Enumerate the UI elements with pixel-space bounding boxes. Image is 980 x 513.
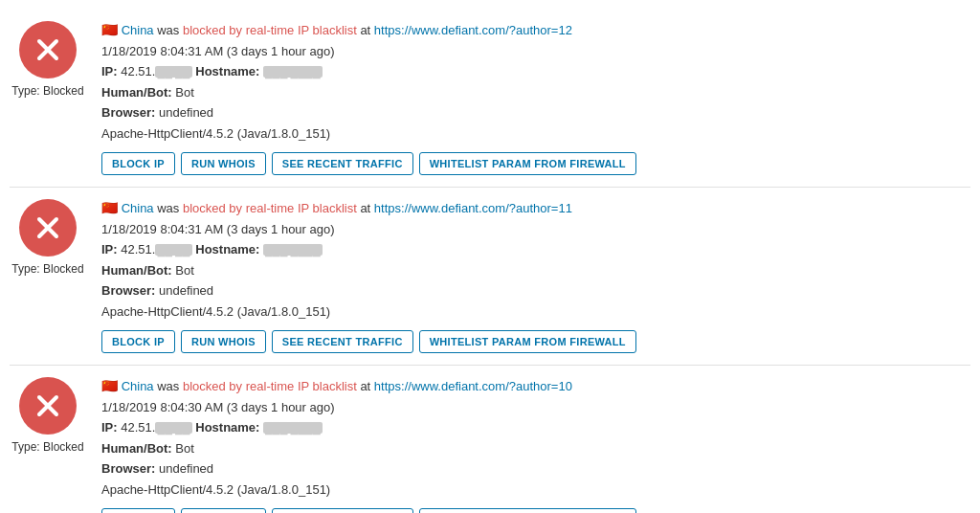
event-list: Type: Blocked🇨🇳 China was blocked by rea… — [10, 10, 970, 513]
block-icon-2 — [19, 199, 77, 256]
ip-line-1: IP: 42.51.██ ██ Hostname: ███ ████ — [101, 62, 970, 81]
block-icon-3 — [19, 377, 77, 435]
country-name-3: China — [122, 379, 154, 393]
event-content-2: 🇨🇳 China was blocked by real-time IP bla… — [101, 199, 970, 353]
agent-line-1: Apache-HttpClient/4.5.2 (Java/1.8.0_151) — [101, 124, 970, 144]
type-label-1: Type: Blocked — [11, 84, 83, 98]
event-row-1: Type: Blocked🇨🇳 China was blocked by rea… — [10, 21, 970, 175]
action-btn-1-3[interactable]: SEE RECENT TRAFFIC — [272, 152, 413, 175]
country-flag-3: 🇨🇳 — [101, 378, 118, 393]
action-buttons-2: BLOCK IPRUN WHOISSEE RECENT TRAFFICWHITE… — [101, 330, 970, 353]
event-item-2: Type: Blocked🇨🇳 China was blocked by rea… — [10, 188, 970, 366]
agent-line-2: Apache-HttpClient/4.5.2 (Java/1.8.0_151) — [101, 302, 970, 322]
bot-line-1: Human/Bot: Bot — [101, 83, 970, 102]
ip-line-3: IP: 42.51.██ ██ Hostname: ███ ████ — [101, 418, 970, 437]
block-reason-2: blocked by real-time IP blacklist — [183, 201, 357, 215]
country-flag-2: 🇨🇳 — [101, 200, 118, 215]
icon-wrap-2: Type: Blocked — [10, 199, 86, 276]
action-btn-2-3[interactable]: SEE RECENT TRAFFIC — [272, 330, 413, 353]
action-btn-3-2[interactable]: RUN WHOIS — [181, 508, 266, 513]
icon-wrap-1: Type: Blocked — [10, 21, 86, 98]
ip-redacted-2: ██ ██ — [155, 244, 191, 256]
event-link-1[interactable]: https://www.defiant.com/?author=12 — [374, 23, 572, 37]
action-btn-2-2[interactable]: RUN WHOIS — [181, 330, 266, 353]
event-title-2: 🇨🇳 China was blocked by real-time IP bla… — [101, 199, 970, 218]
timestamp-3: 1/18/2019 8:04:30 AM (3 days 1 hour ago) — [101, 398, 970, 417]
block-reason-1: blocked by real-time IP blacklist — [183, 23, 357, 37]
ip-redacted-3: ██ ██ — [155, 422, 191, 434]
ip-redacted-1: ██ ██ — [155, 66, 191, 78]
block-icon-1 — [19, 21, 77, 78]
timestamp-2: 1/18/2019 8:04:31 AM (3 days 1 hour ago) — [101, 220, 970, 239]
event-link-2[interactable]: https://www.defiant.com/?author=11 — [374, 201, 572, 215]
block-reason-3: blocked by real-time IP blacklist — [183, 379, 357, 393]
action-btn-3-3[interactable]: SEE RECENT TRAFFIC — [272, 508, 413, 513]
agent-line-3: Apache-HttpClient/4.5.2 (Java/1.8.0_151) — [101, 480, 970, 500]
event-item-3: Type: Blocked🇨🇳 China was blocked by rea… — [10, 366, 970, 513]
event-item-1: Type: Blocked🇨🇳 China was blocked by rea… — [10, 10, 970, 188]
action-buttons-3: BLOCK IPRUN WHOISSEE RECENT TRAFFICWHITE… — [101, 508, 970, 513]
icon-wrap-3: Type: Blocked — [10, 377, 86, 454]
country-name-2: China — [122, 201, 154, 215]
action-btn-1-1[interactable]: BLOCK IP — [101, 152, 175, 175]
event-link-3[interactable]: https://www.defiant.com/?author=10 — [374, 379, 572, 393]
hostname-redacted-3: ███ ████ — [263, 422, 323, 434]
event-title-3: 🇨🇳 China was blocked by real-time IP bla… — [101, 377, 970, 396]
action-buttons-1: BLOCK IPRUN WHOISSEE RECENT TRAFFICWHITE… — [101, 152, 970, 175]
action-btn-1-2[interactable]: RUN WHOIS — [181, 152, 266, 175]
event-row-2: Type: Blocked🇨🇳 China was blocked by rea… — [10, 199, 970, 353]
browser-line-1: Browser: undefined — [101, 103, 970, 123]
timestamp-1: 1/18/2019 8:04:31 AM (3 days 1 hour ago) — [101, 42, 970, 61]
action-btn-3-4[interactable]: WHITELIST PARAM FROM FIREWALL — [419, 508, 636, 513]
action-btn-1-4[interactable]: WHITELIST PARAM FROM FIREWALL — [419, 152, 636, 175]
action-btn-3-1[interactable]: BLOCK IP — [101, 508, 175, 513]
ip-line-2: IP: 42.51.██ ██ Hostname: ███ ████ — [101, 240, 970, 259]
bot-line-2: Human/Bot: Bot — [101, 261, 970, 280]
country-flag-1: 🇨🇳 — [101, 22, 118, 37]
action-btn-2-1[interactable]: BLOCK IP — [101, 330, 175, 353]
event-content-1: 🇨🇳 China was blocked by real-time IP bla… — [101, 21, 970, 175]
hostname-redacted-1: ███ ████ — [263, 66, 323, 78]
hostname-redacted-2: ███ ████ — [263, 244, 323, 256]
event-row-3: Type: Blocked🇨🇳 China was blocked by rea… — [10, 377, 970, 513]
type-label-3: Type: Blocked — [11, 440, 83, 454]
type-label-2: Type: Blocked — [11, 262, 83, 276]
browser-line-2: Browser: undefined — [101, 281, 970, 301]
browser-line-3: Browser: undefined — [101, 459, 970, 479]
bot-line-3: Human/Bot: Bot — [101, 439, 970, 458]
country-name-1: China — [122, 23, 154, 37]
event-content-3: 🇨🇳 China was blocked by real-time IP bla… — [101, 377, 970, 513]
action-btn-2-4[interactable]: WHITELIST PARAM FROM FIREWALL — [419, 330, 636, 353]
event-title-1: 🇨🇳 China was blocked by real-time IP bla… — [101, 21, 970, 40]
